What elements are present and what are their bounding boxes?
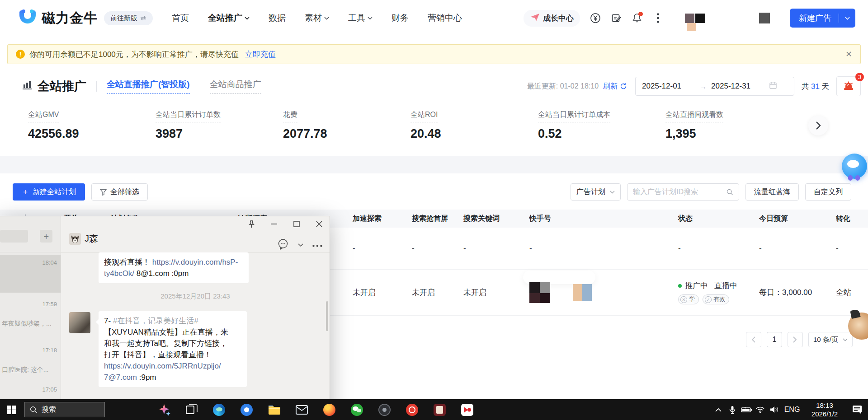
kuaishou-icon[interactable] bbox=[453, 399, 481, 420]
windows-taskbar: 搜索 ENG 18:13 2026/1/2 bbox=[0, 399, 868, 420]
pin-icon[interactable] bbox=[247, 220, 255, 228]
stat-label: 全站当日累计订单成本 bbox=[538, 110, 610, 122]
date-end-input[interactable] bbox=[711, 82, 764, 91]
search-icon[interactable] bbox=[726, 188, 733, 196]
col-header-budget: 今日预算 bbox=[759, 214, 836, 224]
notification-bell-icon[interactable] bbox=[632, 13, 642, 23]
assistant-mascot[interactable] bbox=[842, 154, 867, 179]
chat-contact-name: J森 bbox=[85, 233, 98, 245]
task-view-icon[interactable] bbox=[178, 399, 205, 420]
report-edit-icon[interactable] bbox=[611, 13, 622, 23]
date-range-picker[interactable]: → bbox=[635, 77, 794, 96]
date-start-input[interactable] bbox=[642, 82, 695, 91]
menu-item-finance[interactable]: 财务 bbox=[392, 12, 409, 24]
version-switch-label: 前往新版 bbox=[110, 14, 137, 23]
account-avatar[interactable] bbox=[685, 14, 716, 23]
traffic-ocean-button[interactable]: 流量红蓝海 bbox=[745, 183, 799, 201]
new-ad-dropdown[interactable] bbox=[839, 17, 855, 20]
circle-icon: ✕ bbox=[680, 296, 687, 303]
cell-kwai-account bbox=[529, 282, 678, 303]
secondary-avatar[interactable] bbox=[759, 13, 770, 23]
next-page-button[interactable] bbox=[788, 332, 803, 347]
prev-page-button[interactable] bbox=[746, 332, 761, 347]
douyin-link[interactable]: https://v.douyin.com/ bbox=[152, 258, 222, 266]
recharge-link[interactable]: 立即充值 bbox=[245, 49, 276, 60]
custom-columns-button[interactable]: 自定义列 bbox=[805, 183, 851, 201]
status-live: 直播中 bbox=[714, 280, 737, 291]
refresh-button[interactable]: 刷新 bbox=[603, 82, 627, 91]
plan-type-select[interactable]: 广告计划 bbox=[571, 183, 621, 201]
clock[interactable]: 18:13 2026/1/2 bbox=[803, 401, 846, 419]
file-explorer-icon[interactable] bbox=[260, 399, 288, 420]
section-spacer bbox=[0, 156, 868, 173]
wifi-icon[interactable] bbox=[753, 399, 767, 420]
more-vertical-icon[interactable] bbox=[652, 13, 663, 23]
chat-bubble-icon[interactable] bbox=[277, 238, 289, 252]
chat-list-item[interactable]: 17:18 口腔医院: 这个... bbox=[0, 342, 61, 380]
taskbar-search[interactable]: 搜索 bbox=[24, 402, 105, 417]
close-icon[interactable] bbox=[315, 220, 323, 228]
menu-item-data[interactable]: 数据 bbox=[269, 12, 286, 24]
maximize-icon[interactable] bbox=[292, 220, 301, 228]
new-plan-button[interactable]: ＋ 新建全站计划 bbox=[13, 183, 85, 201]
app-maroon-icon[interactable] bbox=[426, 399, 453, 420]
menu-item-marketing-center[interactable]: 营销中心 bbox=[428, 12, 462, 24]
filter-button[interactable]: 全部筛选 bbox=[91, 183, 148, 201]
tab-live-promo[interactable]: 全站直播推广(智投版) bbox=[107, 79, 190, 94]
add-chat-button[interactable]: ＋ bbox=[40, 230, 52, 243]
chat-search-input[interactable] bbox=[0, 230, 28, 243]
camera-red-icon[interactable] bbox=[398, 399, 426, 420]
plan-search-box[interactable] bbox=[627, 183, 739, 201]
app-dark-circle-icon[interactable] bbox=[371, 399, 398, 420]
current-page[interactable]: 1 bbox=[767, 332, 782, 347]
action-center-icon[interactable] bbox=[846, 399, 868, 420]
siren-icon bbox=[843, 81, 854, 92]
start-button[interactable] bbox=[0, 399, 23, 420]
tray-chevron-up-icon[interactable] bbox=[711, 399, 725, 420]
chat-scrollbar[interactable] bbox=[326, 301, 328, 331]
battery-icon[interactable] bbox=[739, 399, 753, 420]
microphone-icon[interactable] bbox=[725, 399, 739, 420]
alert-count-badge: 3 bbox=[855, 73, 864, 81]
chevron-down-icon[interactable] bbox=[298, 241, 303, 249]
menu-item-sitewide-promo[interactable]: 全站推广 bbox=[208, 12, 250, 24]
growth-center-button[interactable]: 成长中心 bbox=[524, 10, 580, 27]
mail-icon[interactable] bbox=[288, 399, 316, 420]
refresh-icon bbox=[620, 83, 627, 90]
sender-avatar[interactable] bbox=[69, 312, 90, 333]
wallet-yuan-icon[interactable] bbox=[590, 13, 601, 23]
stat-label: 全站GMV bbox=[28, 110, 59, 122]
page-size-select[interactable]: 10 条/页 bbox=[808, 332, 853, 347]
volume-icon[interactable] bbox=[767, 399, 781, 420]
version-switch-badge[interactable]: 前往新版 bbox=[104, 11, 153, 25]
chat-list-item[interactable]: 18:04 bbox=[0, 255, 61, 293]
douyin-link[interactable]: 7@7.com bbox=[104, 373, 137, 382]
stats-row: 全站GMV 42556.89 全站当日累计订单数 3987 花费 2077.78… bbox=[21, 110, 868, 156]
brand-logo[interactable]: 磁力金牛 bbox=[18, 8, 98, 28]
wechat-window[interactable]: ＋ 18:04 17:59 年夜疑似吵架，... 17:18 口腔医院: 这个.… bbox=[0, 216, 330, 420]
douyin-link[interactable]: https://v.douyin.com/5JRRnUzpijo/ bbox=[104, 362, 221, 370]
banner-close-icon[interactable]: ✕ bbox=[845, 49, 852, 59]
menu-item-material[interactable]: 素材 bbox=[305, 12, 329, 24]
app-blue-circle-icon[interactable] bbox=[233, 399, 260, 420]
edge-browser-icon[interactable] bbox=[205, 399, 233, 420]
minimize-icon[interactable] bbox=[270, 220, 278, 228]
col-header-accelerate: 加速探索 bbox=[353, 214, 412, 224]
table-toolbar: ＋ 新建全站计划 全部筛选 广告计划 流量红蓝海 自定义列 bbox=[13, 183, 868, 201]
system-tray: ENG 18:13 2026/1/2 bbox=[711, 399, 868, 420]
menu-item-tools[interactable]: 工具 bbox=[348, 12, 373, 24]
copilot-icon[interactable] bbox=[150, 399, 178, 420]
wechat-icon[interactable] bbox=[343, 399, 371, 420]
plan-search-input[interactable] bbox=[633, 188, 726, 196]
stats-next-arrow[interactable] bbox=[808, 116, 828, 135]
new-ad-button[interactable]: 新建广告 bbox=[790, 9, 855, 28]
chat-item-time: 17:59 bbox=[42, 301, 57, 308]
language-indicator[interactable]: ENG bbox=[781, 406, 803, 414]
menu-item-home[interactable]: 首页 bbox=[172, 12, 189, 24]
tab-product-promo[interactable]: 全站商品推广 bbox=[210, 79, 261, 94]
chat-list-item[interactable]: 17:59 年夜疑似吵架，... bbox=[0, 296, 61, 334]
alert-center-button[interactable]: 3 bbox=[836, 76, 861, 96]
main-menu: 首页 全站推广 数据 素材 工具 财务 营销中心 bbox=[172, 12, 462, 24]
browser-orange-icon[interactable] bbox=[316, 399, 343, 420]
more-horizontal-icon[interactable] bbox=[312, 241, 322, 249]
